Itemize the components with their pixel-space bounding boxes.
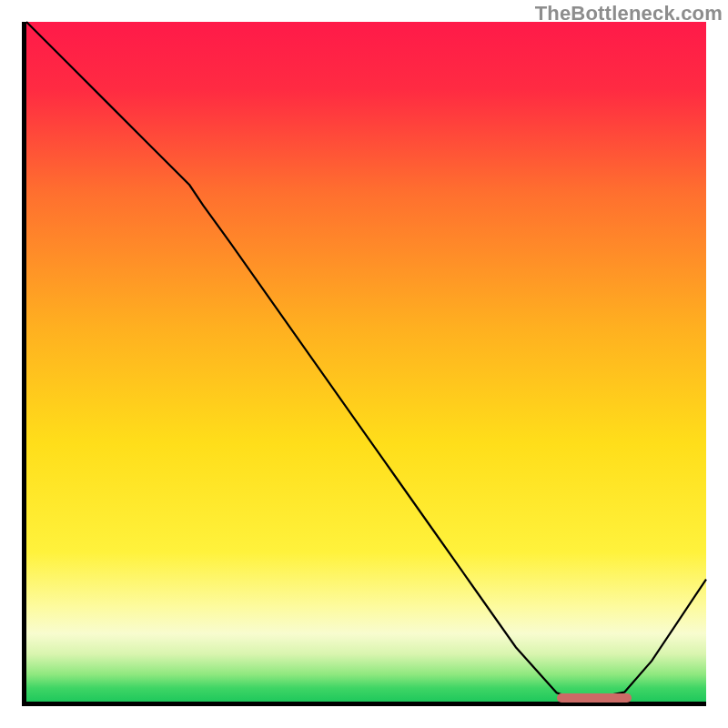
chart-plot-area bbox=[22, 22, 706, 706]
chart-line-path bbox=[26, 22, 706, 698]
chart-line-svg bbox=[26, 22, 706, 702]
chart-optimum-marker bbox=[557, 693, 632, 703]
